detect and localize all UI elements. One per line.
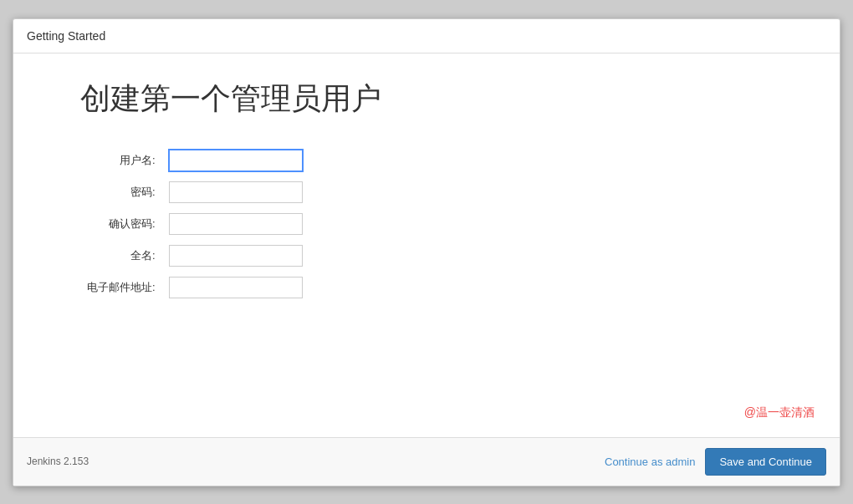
window-header: Getting Started: [13, 19, 840, 53]
continue-as-admin-button[interactable]: Continue as admin: [605, 456, 695, 468]
watermark: @温一壶清酒: [744, 405, 815, 420]
password-input[interactable]: [169, 181, 303, 203]
footer-actions: Continue as admin Save and Continue: [605, 448, 826, 476]
version-label: Jenkins 2.153: [27, 456, 89, 467]
confirm-password-row: 确认密码:: [80, 208, 309, 240]
username-row: 用户名:: [80, 145, 309, 176]
save-and-continue-button[interactable]: Save and Continue: [705, 448, 826, 476]
page-title: 创建第一个管理员用户: [80, 79, 773, 120]
email-input[interactable]: [169, 277, 303, 298]
window-footer: Jenkins 2.153 Continue as admin Save and…: [13, 437, 840, 486]
username-label: 用户名:: [80, 145, 162, 176]
main-window: Getting Started 创建第一个管理员用户 用户名: 密码:: [13, 18, 840, 486]
form-table: 用户名: 密码: 确认密码:: [80, 145, 309, 303]
window-content: 创建第一个管理员用户 用户名: 密码: 确认密码:: [13, 53, 840, 437]
password-row: 密码:: [80, 176, 309, 208]
fullname-label: 全名:: [80, 240, 162, 272]
window-title: Getting Started: [27, 29, 105, 43]
fullname-input[interactable]: [169, 245, 303, 267]
username-input[interactable]: [169, 150, 303, 171]
confirm-password-label: 确认密码:: [80, 208, 162, 240]
email-row: 电子邮件地址:: [80, 272, 309, 303]
password-label: 密码:: [80, 176, 162, 208]
confirm-password-input[interactable]: [169, 213, 303, 235]
email-label: 电子邮件地址:: [80, 272, 162, 303]
fullname-row: 全名:: [80, 240, 309, 272]
